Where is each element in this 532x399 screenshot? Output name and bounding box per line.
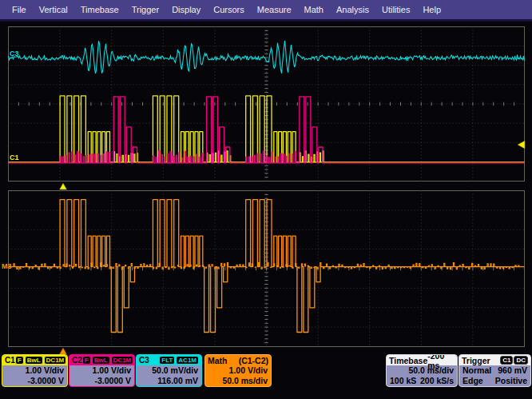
menu-bar: File Vertical Timebase Trigger Display C… (0, 0, 532, 22)
menu-item-measure[interactable]: Measure (252, 2, 297, 17)
trigger-type-row: Edge Positive (459, 376, 530, 386)
trigger-slope: Positive (495, 376, 527, 386)
graticule (9, 27, 525, 347)
timebase-scale: 50.0 ms/div (387, 365, 457, 376)
coupling-badge-f: F (15, 356, 24, 365)
trigger-descriptor[interactable]: Trigger C1 DC Normal 960 mV Edge Positiv… (459, 354, 531, 387)
channel-c2-id: C2 (72, 356, 82, 365)
timebase-sample-rate: 200 kS/s (420, 376, 454, 386)
math-trigger-delay-marker[interactable] (60, 348, 67, 354)
timebase-samples: 100 kS (390, 376, 416, 386)
timebase-header: Timebase -200 ms (387, 355, 457, 365)
menu-item-display[interactable]: Display (166, 2, 206, 17)
math-descriptor[interactable]: Math (C1-C2) 1.00 V/div 50.0 ms/div (204, 354, 272, 387)
math-timebase: 50.0 ms/div (205, 376, 271, 386)
timebase-sampling: 100 kS 200 kS/s (387, 376, 457, 386)
channel-c2-offset: -3.0000 V (69, 376, 134, 386)
channel-descriptor-c1[interactable]: C1 F BwL DC1M 1.00 V/div -3.0000 V (2, 354, 68, 387)
channel-c1-badges: F BwL DC1M (15, 356, 66, 365)
math-id: Math (208, 356, 228, 365)
math-source: (C1-C2) (239, 356, 268, 365)
trigger-delay-marker[interactable] (60, 183, 67, 190)
channel-c2-header: C2 F BwL DC1M (69, 355, 134, 365)
status-bar: C1 F BwL DC1M 1.00 V/div -3.0000 V C2 F … (0, 354, 532, 399)
trigger-badges: C1 DC (500, 356, 528, 365)
timebase-label: Timebase (389, 356, 427, 365)
channel-c2-scale: 1.00 V/div (69, 365, 134, 376)
waveform-display: C3 C1 M3 (0, 0, 532, 399)
channel-c3-header: C3 FLT AC1M (137, 355, 201, 365)
math-header: Math (C1-C2) (205, 355, 271, 365)
menu-item-trigger[interactable]: Trigger (126, 2, 165, 17)
channel-c1-offset: -3.0000 V (2, 376, 67, 386)
trace-c1 (9, 96, 525, 162)
math-scale: 1.00 V/div (205, 365, 271, 376)
trigger-source-badge: C1 (500, 356, 513, 365)
coupling-badge-f: F (82, 356, 91, 365)
menu-item-math[interactable]: Math (299, 2, 329, 17)
trigger-level-marker[interactable] (518, 141, 525, 149)
channel-descriptor-c3[interactable]: C3 FLT AC1M 50.0 mV/div 116.00 mV (136, 354, 202, 387)
channel-c1-header: C1 F BwL DC1M (2, 355, 67, 365)
trace-label-c1: C1 (10, 154, 19, 162)
trigger-type: Edge (463, 376, 483, 386)
trigger-mode: Normal (463, 365, 491, 376)
menu-item-utilities[interactable]: Utilities (376, 2, 415, 17)
filter-badge-flt: FLT (159, 356, 175, 365)
channel-c3-scale: 50.0 mV/div (137, 365, 201, 376)
channel-descriptor-c2[interactable]: C2 F BwL DC1M 1.00 V/div -3.0000 V (69, 354, 135, 387)
coupling-badge-dc1m: DC1M (111, 356, 134, 365)
coupling-badge-ac1m: AC1M (176, 356, 199, 365)
trace-c2-stubs (60, 151, 296, 163)
channel-c3-offset: 116.00 mV (137, 376, 201, 386)
bandwidth-badge-bwl: BwL (25, 356, 43, 365)
bandwidth-badge-bwl: BwL (92, 356, 110, 365)
trigger-level: 960 mV (498, 365, 527, 376)
menu-item-timebase[interactable]: Timebase (75, 2, 125, 17)
channel-c1-scale: 1.00 V/div (2, 365, 67, 376)
trace-label-c3: C3 (10, 50, 19, 58)
channel-c1-id: C1 (5, 356, 15, 365)
coupling-badge-dc1m: DC1M (44, 356, 67, 365)
menu-item-cursors[interactable]: Cursors (208, 2, 250, 17)
menu-item-file[interactable]: File (6, 2, 32, 17)
menu-item-analysis[interactable]: Analysis (331, 2, 375, 17)
trace-label-math: M3 (2, 262, 12, 270)
timebase-descriptor[interactable]: Timebase -200 ms 50.0 ms/div 100 kS 200 … (386, 354, 458, 387)
channel-c2-badges: F BwL DC1M (82, 356, 133, 365)
channel-c3-id: C3 (139, 356, 149, 365)
menu-item-vertical[interactable]: Vertical (34, 2, 73, 17)
trigger-header: Trigger C1 DC (459, 355, 530, 365)
trigger-mode-row: Normal 960 mV (459, 365, 530, 376)
menu-item-help[interactable]: Help (417, 2, 447, 17)
trigger-coupling-badge: DC (514, 356, 528, 365)
channel-c3-badges: FLT AC1M (159, 356, 199, 365)
oscilloscope-app: File Vertical Timebase Trigger Display C… (0, 0, 532, 399)
trigger-label: Trigger (462, 356, 490, 365)
